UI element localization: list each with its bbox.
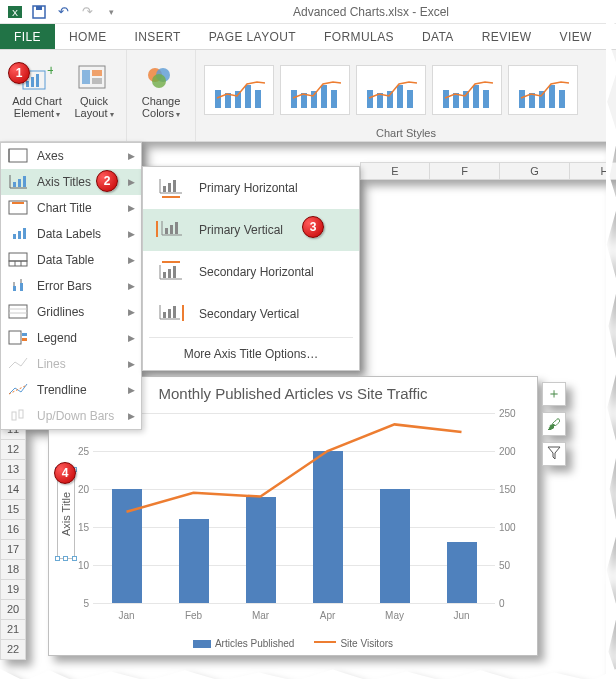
svg-rect-26 xyxy=(18,231,21,239)
tab-data[interactable]: DATA xyxy=(408,24,468,49)
window-title: Advanced Charts.xlsx - Excel xyxy=(126,5,616,19)
x-label: Mar xyxy=(252,610,269,621)
menu-item-secondary-vertical[interactable]: Secondary Vertical xyxy=(143,293,359,335)
quick-layout-button[interactable]: Quick Layout xyxy=(68,59,120,125)
svg-rect-60 xyxy=(163,272,166,278)
legend-entry[interactable]: Site Visitors xyxy=(314,638,393,649)
col-header[interactable]: E xyxy=(360,162,430,180)
col-header[interactable]: F xyxy=(430,162,500,180)
x-label: Jan xyxy=(118,610,134,621)
menu-item-axes[interactable]: Axes▶ xyxy=(1,143,141,169)
tab-view[interactable]: VIEW xyxy=(546,24,606,49)
change-colors-button[interactable]: Change Colors xyxy=(133,59,189,125)
row-header[interactable]: 17 xyxy=(0,540,26,560)
row-header[interactable]: 13 xyxy=(0,460,26,480)
callout-badge-3: 3 xyxy=(302,216,324,238)
row-header[interactable]: 22 xyxy=(0,640,26,660)
tab-home[interactable]: HOME xyxy=(55,24,121,49)
plus-icon: ＋ xyxy=(547,385,561,403)
data-line[interactable] xyxy=(93,413,495,603)
redo-icon[interactable]: ↷ xyxy=(78,3,96,21)
svg-rect-7 xyxy=(36,74,39,87)
menu-item-secondary-horizontal[interactable]: Secondary Horizontal xyxy=(143,251,359,293)
tab-insert[interactable]: INSERT xyxy=(121,24,195,49)
chart-elements-button[interactable]: ＋ xyxy=(542,382,566,406)
y2-tick: 100 xyxy=(499,522,527,533)
chart-filters-button[interactable] xyxy=(542,442,566,466)
menu-item-more-axis-title-options[interactable]: More Axis Title Options… xyxy=(143,340,359,368)
chart-styles-button[interactable]: 🖌 xyxy=(542,412,566,436)
legend-entry[interactable]: Articles Published xyxy=(193,638,294,649)
row-header[interactable]: 18 xyxy=(0,560,26,580)
chevron-right-icon: ▶ xyxy=(128,229,135,239)
svg-rect-47 xyxy=(163,186,166,192)
tab-formulas[interactable]: FORMULAS xyxy=(310,24,408,49)
menu-item-lines: Lines▶ xyxy=(1,351,141,377)
menu-item-primary-horizontal[interactable]: Primary Horizontal xyxy=(143,167,359,209)
tab-review[interactable]: REVIEW xyxy=(468,24,546,49)
svg-rect-25 xyxy=(13,234,16,239)
menu-item-primary-vertical[interactable]: Primary Vertical xyxy=(143,209,359,251)
chart-style-thumb[interactable] xyxy=(280,65,350,115)
svg-rect-66 xyxy=(168,309,171,318)
row-header[interactable]: 15 xyxy=(0,500,26,520)
plot-area[interactable]: 51015202530050100150200250JanFebMarAprMa… xyxy=(93,413,495,603)
menu-item-error-bars[interactable]: Error Bars▶ xyxy=(1,273,141,299)
funnel-icon xyxy=(547,446,561,463)
svg-text:+: + xyxy=(47,65,53,78)
y2-tick: 0 xyxy=(499,598,527,609)
primary-horizontal-icon xyxy=(155,175,185,201)
chevron-right-icon: ▶ xyxy=(128,255,135,265)
menu-item-data-table[interactable]: Data Table▶ xyxy=(1,247,141,273)
menu-item-gridlines[interactable]: Gridlines▶ xyxy=(1,299,141,325)
y2-tick: 200 xyxy=(499,446,527,457)
svg-rect-32 xyxy=(13,286,16,291)
save-icon[interactable] xyxy=(30,3,48,21)
tab-page-layout[interactable]: PAGE LAYOUT xyxy=(195,24,310,49)
menu-item-trendline[interactable]: Trendline▶ xyxy=(1,377,141,403)
brush-icon: 🖌 xyxy=(547,416,561,432)
resize-handle[interactable] xyxy=(55,556,60,561)
menu-item-chart-title[interactable]: Chart Title▶ xyxy=(1,195,141,221)
add-chart-element-label: Add Chart Element xyxy=(7,95,67,120)
chart-style-thumb[interactable] xyxy=(508,65,578,115)
col-header[interactable]: G xyxy=(500,162,570,180)
svg-rect-5 xyxy=(26,81,29,87)
chevron-right-icon: ▶ xyxy=(128,151,135,161)
row-header[interactable]: 19 xyxy=(0,580,26,600)
axis-titles-icon xyxy=(7,173,29,191)
svg-rect-3 xyxy=(36,6,42,10)
row-header[interactable]: 21 xyxy=(0,620,26,640)
menu-item-data-labels[interactable]: Data Labels▶ xyxy=(1,221,141,247)
chart-style-thumb[interactable] xyxy=(432,65,502,115)
tab-file[interactable]: FILE xyxy=(0,24,55,49)
y-tick: 15 xyxy=(65,522,89,533)
undo-icon[interactable]: ↶ xyxy=(54,3,72,21)
menu-item-axis-titles[interactable]: Axis Titles▶ xyxy=(1,169,141,195)
row-header[interactable]: 12 xyxy=(0,440,26,460)
svg-rect-61 xyxy=(168,269,171,278)
row-header[interactable]: 16 xyxy=(0,520,26,540)
chevron-right-icon: ▶ xyxy=(128,333,135,343)
x-label: May xyxy=(385,610,404,621)
chart-legend[interactable]: Articles Published Site Visitors xyxy=(49,638,537,649)
lines-icon xyxy=(7,355,29,373)
row-header[interactable]: 14 xyxy=(0,480,26,500)
chevron-right-icon: ▶ xyxy=(128,281,135,291)
group-change-colors: Change Colors xyxy=(127,50,196,141)
svg-rect-43 xyxy=(12,412,16,420)
menu-item-legend[interactable]: Legend▶ xyxy=(1,325,141,351)
svg-rect-56 xyxy=(175,222,178,234)
svg-rect-10 xyxy=(82,70,90,84)
svg-marker-69 xyxy=(548,447,560,459)
chart-style-thumb[interactable] xyxy=(204,65,274,115)
svg-rect-48 xyxy=(168,183,171,192)
qat-customize-icon[interactable]: ▾ xyxy=(102,3,120,21)
chart-style-thumb[interactable] xyxy=(356,65,426,115)
row-header[interactable]: 20 xyxy=(0,600,26,620)
y2-tick: 50 xyxy=(499,560,527,571)
svg-rect-39 xyxy=(9,331,21,344)
svg-rect-55 xyxy=(170,225,173,234)
change-colors-icon xyxy=(145,65,177,93)
svg-rect-67 xyxy=(173,306,176,318)
